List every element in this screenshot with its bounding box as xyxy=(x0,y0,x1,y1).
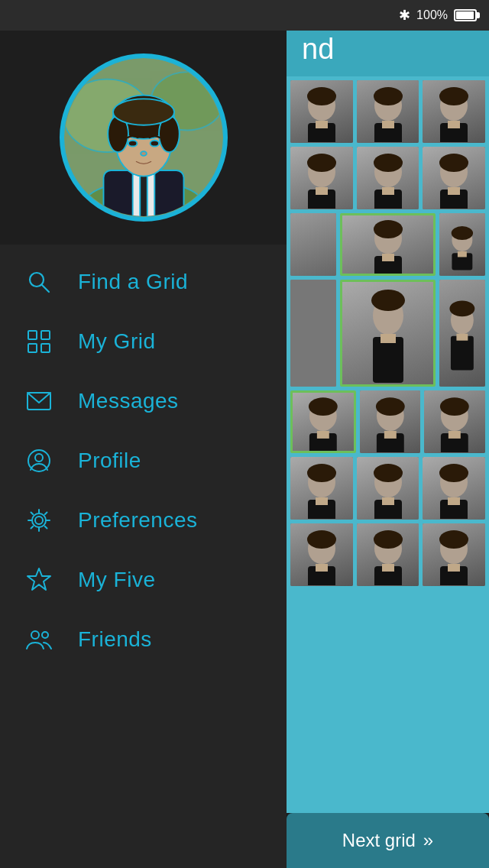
avatar-image xyxy=(63,53,224,222)
avatar-area xyxy=(0,0,287,245)
svg-rect-8 xyxy=(140,170,147,222)
grid-cell xyxy=(360,390,421,453)
svg-rect-79 xyxy=(384,431,397,439)
grid-row xyxy=(290,390,485,453)
svg-rect-35 xyxy=(316,121,328,128)
svg-point-31 xyxy=(42,632,48,638)
svg-rect-75 xyxy=(317,431,329,439)
svg-point-28 xyxy=(32,513,46,527)
battery-percent: 100% xyxy=(416,8,448,22)
svg-point-45 xyxy=(307,154,336,172)
svg-rect-20 xyxy=(28,331,37,339)
grid-cell xyxy=(424,390,485,453)
grid-row xyxy=(290,457,485,520)
sidebar-item-my-grid-label: My Grid xyxy=(78,329,156,354)
sidebar-item-my-grid[interactable]: My Grid xyxy=(0,312,287,371)
svg-point-97 xyxy=(307,530,336,549)
svg-line-19 xyxy=(42,285,49,292)
battery-icon xyxy=(454,9,477,21)
svg-rect-99 xyxy=(316,564,328,572)
grid-cell-highlighted xyxy=(340,213,436,276)
grid-row xyxy=(290,280,485,387)
grid-row xyxy=(290,147,485,209)
svg-point-65 xyxy=(371,290,405,311)
next-grid-button[interactable]: Next grid » xyxy=(287,813,489,868)
svg-marker-29 xyxy=(28,568,50,590)
gear-icon xyxy=(23,504,55,536)
grid-cell xyxy=(290,80,353,143)
sidebar-item-preferences-label: Preferences xyxy=(78,508,197,533)
grid-cell xyxy=(423,523,485,586)
svg-rect-95 xyxy=(448,497,460,505)
svg-rect-22 xyxy=(28,344,37,352)
sidebar-item-messages[interactable]: Messages xyxy=(0,371,287,431)
svg-point-30 xyxy=(31,631,39,639)
sidebar-item-my-five[interactable]: My Five xyxy=(0,550,287,610)
grid-cell xyxy=(290,280,336,387)
svg-point-61 xyxy=(452,226,473,240)
svg-rect-51 xyxy=(382,187,394,195)
grid-cell xyxy=(423,457,485,520)
svg-point-57 xyxy=(374,220,403,238)
svg-rect-43 xyxy=(448,121,460,128)
svg-rect-67 xyxy=(381,334,396,343)
svg-rect-47 xyxy=(316,187,328,195)
svg-point-41 xyxy=(439,87,468,105)
friends-icon xyxy=(23,623,55,656)
svg-point-49 xyxy=(374,154,403,172)
grid-icon xyxy=(23,326,55,358)
search-icon xyxy=(23,266,55,298)
svg-point-16 xyxy=(150,141,158,147)
grid-row xyxy=(290,80,485,143)
message-icon xyxy=(23,385,55,417)
nav-list: Find a Grid My Grid Messag xyxy=(0,245,287,677)
grid-row xyxy=(290,213,485,276)
grid-cell xyxy=(357,80,419,143)
grid-cell xyxy=(290,213,336,276)
svg-point-27 xyxy=(35,517,43,524)
sidebar-item-friends-label: Friends xyxy=(78,627,152,652)
grid-cell xyxy=(439,280,485,387)
profile-icon xyxy=(23,445,55,477)
svg-rect-91 xyxy=(382,497,394,505)
grid-cell xyxy=(423,147,485,209)
svg-point-33 xyxy=(307,87,336,105)
svg-point-37 xyxy=(374,87,403,105)
sidebar-item-preferences[interactable]: Preferences xyxy=(0,491,287,550)
svg-point-77 xyxy=(376,397,405,416)
svg-point-26 xyxy=(35,454,43,462)
grid-row xyxy=(290,523,485,586)
grid-cell xyxy=(290,457,353,520)
grid-cell xyxy=(290,523,353,586)
sidebar-item-friends[interactable]: Friends xyxy=(0,610,287,669)
svg-rect-66 xyxy=(373,337,403,383)
svg-point-105 xyxy=(439,530,468,549)
svg-rect-63 xyxy=(458,251,467,257)
star-icon xyxy=(23,564,55,596)
svg-rect-71 xyxy=(457,334,468,341)
svg-rect-39 xyxy=(382,121,394,128)
svg-rect-83 xyxy=(449,431,461,439)
next-grid-label: Next grid xyxy=(342,830,416,851)
avatar xyxy=(60,53,228,222)
grid-cell xyxy=(357,523,419,586)
svg-point-15 xyxy=(128,141,136,147)
svg-point-69 xyxy=(450,300,475,316)
sidebar-item-messages-label: Messages xyxy=(78,389,179,413)
sidebar-item-profile[interactable]: Profile xyxy=(0,431,287,491)
grid-cell-highlighted xyxy=(290,390,356,453)
svg-rect-59 xyxy=(382,254,394,261)
svg-point-14 xyxy=(112,99,173,125)
grid-cell xyxy=(290,147,353,209)
svg-point-17 xyxy=(141,151,147,156)
svg-rect-107 xyxy=(448,564,460,572)
next-grid-arrow: » xyxy=(423,830,433,851)
sidebar-item-find-grid[interactable]: Find a Grid xyxy=(0,252,287,312)
svg-rect-23 xyxy=(41,344,50,352)
sidebar-item-profile-label: Profile xyxy=(78,449,141,473)
photo-grid xyxy=(287,76,489,813)
sidebar-item-find-grid-label: Find a Grid xyxy=(78,270,188,294)
status-bar: ✱ 100% xyxy=(0,0,489,31)
grid-cell xyxy=(357,147,419,209)
svg-point-89 xyxy=(374,464,403,482)
